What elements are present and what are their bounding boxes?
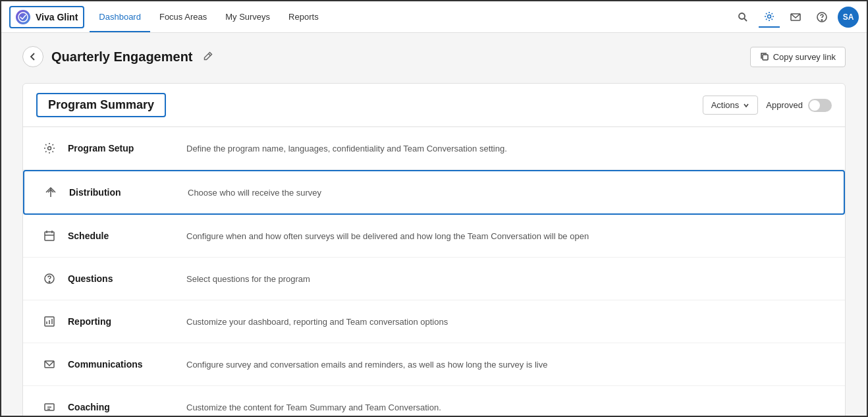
coaching-icon [39,397,60,417]
page-title: Quarterly Engagement [51,49,193,65]
summary-item-coaching[interactable]: Coaching Customize the content for Team … [23,386,845,417]
brand-logo-icon [16,10,30,24]
summary-item-program-setup[interactable]: Program Setup Define the program name, l… [23,127,845,170]
copy-link-label: Copy survey link [773,52,836,62]
svg-point-9 [48,147,51,150]
questions-desc: Select questions for the program [186,274,829,284]
nav-right-actions: SA [732,7,859,28]
messages-button[interactable] [785,7,806,28]
communications-icon [39,354,60,375]
reporting-icon [39,311,60,332]
program-summary-title: Program Summary [36,93,166,117]
program-summary-header: Program Summary Actions Approved [23,84,845,127]
edit-icon[interactable] [203,51,213,63]
summary-item-questions[interactable]: Questions Select questions for the progr… [23,258,845,300]
program-setup-name: Program Setup [68,143,186,153]
program-setup-icon [39,138,60,159]
program-setup-desc: Define the program name, languages, conf… [186,144,829,153]
copy-survey-link-button[interactable]: Copy survey link [750,47,846,67]
back-button[interactable] [22,46,43,67]
approved-toggle-area: Approved [766,99,832,112]
svg-point-3 [768,14,771,18]
help-button[interactable] [811,7,832,28]
user-avatar[interactable]: SA [838,7,859,28]
svg-line-7 [208,53,210,55]
settings-button[interactable] [759,7,780,28]
svg-point-6 [821,19,823,20]
schedule-desc: Configure when and how often surveys wil… [186,231,829,241]
nav-reports[interactable]: Reports [279,1,328,32]
nav-focus-areas[interactable]: Focus Areas [150,1,216,32]
svg-rect-8 [763,55,768,60]
program-summary-section: Program Summary Actions Approved [22,83,846,417]
communications-desc: Configure survey and conversation emails… [186,360,829,370]
page-header-left: Quarterly Engagement [22,46,213,67]
summary-item-communications[interactable]: Communications Configure survey and conv… [23,343,845,386]
brand-logo-area[interactable]: Viva Glint [9,6,84,28]
summary-item-reporting[interactable]: Reporting Customize your dashboard, repo… [23,300,845,343]
top-nav: Viva Glint Dashboard Focus Areas My Surv… [1,1,867,33]
brand-name-label: Viva Glint [36,12,78,22]
svg-point-1 [739,13,745,19]
summary-item-distribution[interactable]: Distribution Choose who will receive the… [23,170,845,215]
page-header: Quarterly Engagement Copy survey link [22,46,846,67]
main-content: Quarterly Engagement Copy survey link Pr… [1,33,867,417]
program-summary-header-right: Actions Approved [703,96,832,115]
nav-dashboard[interactable]: Dashboard [90,1,150,32]
nav-my-surveys[interactable]: My Surveys [216,1,279,32]
actions-button[interactable]: Actions [703,96,759,115]
reporting-name: Reporting [68,316,186,327]
communications-name: Communications [68,359,186,370]
svg-line-2 [744,18,747,21]
actions-label: Actions [711,100,740,110]
questions-icon [39,268,60,289]
approved-toggle[interactable] [808,99,832,112]
questions-name: Questions [68,273,186,284]
distribution-desc: Choose who will receive the survey [188,188,828,198]
reporting-desc: Customize your dashboard, reporting and … [186,317,829,327]
distribution-name: Distribution [69,187,188,198]
schedule-icon [39,225,60,246]
nav-links: Dashboard Focus Areas My Surveys Reports [90,1,327,32]
summary-item-schedule[interactable]: Schedule Configure when and how often su… [23,215,845,258]
schedule-name: Schedule [68,231,186,241]
approved-text: Approved [766,100,803,110]
svg-point-0 [18,13,28,22]
coaching-desc: Customize the content for Team Summary a… [186,403,829,412]
svg-point-16 [49,281,50,283]
distribution-icon [40,182,61,203]
svg-rect-11 [45,232,54,240]
search-button[interactable] [732,7,753,28]
summary-list: Program Setup Define the program name, l… [23,127,845,417]
coaching-name: Coaching [68,402,186,412]
